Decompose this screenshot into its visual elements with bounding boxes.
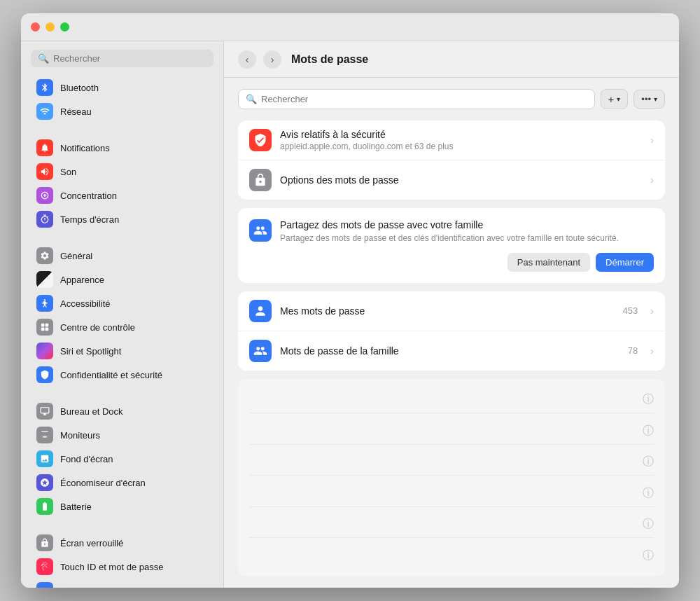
add-button[interactable]: + ▾: [601, 89, 629, 109]
sidebar-item-reseau[interactable]: Réseau: [27, 99, 218, 123]
sidebar-item-accessibilite[interactable]: Accessibilité: [27, 291, 218, 315]
minimize-button[interactable]: [46, 22, 55, 32]
passwords-list-card: Mes mots de passe 453 › Mots de passe de: [238, 291, 665, 371]
touch-id-icon: [36, 558, 53, 575]
family-passwords-content: Mots de passe de la famille: [280, 345, 620, 357]
maximize-button[interactable]: [60, 22, 69, 32]
sidebar-item-notifications[interactable]: Notifications: [27, 136, 218, 160]
security-row[interactable]: Avis relatifs à la sécurité appleid.appl…: [238, 120, 665, 160]
info-row-4: ⓘ: [249, 481, 654, 507]
main-search-input[interactable]: [261, 94, 587, 104]
info-icon-2[interactable]: ⓘ: [643, 424, 654, 438]
sidebar-item-confidentialite[interactable]: Confidentialité et sécurité: [27, 363, 218, 387]
family-passwords-chevron: ›: [650, 345, 654, 357]
privacy-icon: [36, 366, 53, 383]
info-icon-5[interactable]: ⓘ: [643, 517, 654, 532]
sidebar-item-bluetooth[interactable]: Bluetooth: [27, 76, 218, 99]
security-row-chevron: ›: [650, 134, 654, 146]
sidebar-item-bureau-label: Bureau et Dock: [60, 406, 123, 417]
chevron-down-icon: ▾: [617, 95, 620, 103]
page-title: Mots de passe: [291, 53, 368, 66]
sidebar-item-fond-ecran[interactable]: Fond d'écran: [27, 447, 218, 471]
info-row-3: ⓘ: [249, 449, 654, 476]
more-button[interactable]: ••• ▾: [634, 90, 665, 109]
wallpaper-icon: [36, 450, 53, 467]
sidebar-item-temps-ecran-label: Temps d'écran: [60, 214, 119, 225]
family-passwords-icon: [249, 340, 272, 362]
svg-rect-3: [41, 328, 45, 331]
family-card-content: Partagez des mots de passe avec votre fa…: [280, 219, 619, 244]
bluetooth-icon: [36, 79, 53, 96]
security-row-icon: [249, 129, 272, 151]
family-passwords-count: 78: [628, 345, 638, 356]
sidebar-search-input[interactable]: [53, 53, 206, 64]
security-card: Avis relatifs à la sécurité appleid.appl…: [238, 120, 665, 200]
sidebar-item-apparence[interactable]: Apparence: [27, 268, 218, 291]
info-icon-1[interactable]: ⓘ: [643, 392, 654, 407]
sidebar-item-accessibilite-label: Accessibilité: [60, 298, 111, 309]
lock-screen-icon: [36, 534, 53, 551]
focus-icon: [36, 187, 53, 204]
sidebar-item-concentration[interactable]: Concentration: [27, 184, 218, 207]
sidebar-item-son[interactable]: Son: [27, 160, 218, 184]
sidebar-item-touch-id-label: Touch ID et mot de passe: [60, 562, 163, 572]
sidebar-item-centre-controle[interactable]: Centre de contrôle: [27, 315, 218, 339]
my-passwords-row[interactable]: Mes mots de passe 453 ›: [238, 291, 665, 331]
sidebar-group-system: Général Apparence Accessibilité: [21, 244, 223, 387]
monitors-icon: [36, 427, 53, 443]
info-icon-3[interactable]: ⓘ: [643, 455, 654, 469]
family-card-title: Partagez des mots de passe avec votre fa…: [280, 219, 619, 230]
titlebar: [21, 13, 679, 41]
sidebar-item-bluetooth-label: Bluetooth: [60, 83, 99, 93]
network-icon: [36, 103, 53, 120]
sidebar-item-touch-id[interactable]: Touch ID et mot de passe: [27, 555, 218, 579]
options-row[interactable]: Options des mots de passe ›: [238, 160, 665, 200]
sidebar-item-batterie[interactable]: Batterie: [27, 495, 218, 518]
sidebar-item-confidentialite-label: Confidentialité et sécurité: [60, 370, 162, 380]
sidebar-item-utilisateurs[interactable]: Utilisateurs et groupes: [27, 579, 218, 588]
info-icon-4[interactable]: ⓘ: [643, 486, 654, 501]
close-button[interactable]: [31, 22, 40, 32]
family-card: Partagez des mots de passe avec votre fa…: [238, 208, 665, 283]
users-icon: [36, 582, 53, 588]
main-header: ‹ › Mots de passe: [224, 41, 679, 78]
back-button[interactable]: ‹: [238, 50, 256, 69]
sidebar-item-economiseur[interactable]: Économiseur d'écran: [27, 471, 218, 495]
sidebar-item-concentration-label: Concentration: [60, 191, 117, 201]
sidebar-item-general[interactable]: Général: [27, 244, 218, 268]
info-area: ⓘ ⓘ ⓘ ⓘ ⓘ ⓘ: [238, 379, 665, 576]
notifications-icon: [36, 139, 53, 156]
sidebar-item-siri[interactable]: Siri et Spotlight: [27, 339, 218, 363]
main-body: 🔍 + ▾ ••• ▾: [224, 78, 679, 588]
siri-icon: [36, 343, 53, 359]
my-passwords-icon: [249, 300, 272, 322]
start-button[interactable]: Démarrer: [596, 253, 654, 272]
sidebar-item-batterie-label: Batterie: [60, 502, 92, 512]
sound-icon: [36, 163, 53, 180]
sidebar-item-siri-label: Siri et Spotlight: [60, 346, 121, 357]
sidebar-item-temps-ecran[interactable]: Temps d'écran: [27, 207, 218, 231]
info-icon-6[interactable]: ⓘ: [643, 548, 654, 563]
my-passwords-title: Mes mots de passe: [280, 305, 615, 317]
search-box[interactable]: 🔍: [238, 89, 595, 109]
sidebar-search-icon: 🔍: [38, 53, 49, 64]
sidebar-group-security: Écran verrouillé Touch ID et mot de pass…: [21, 531, 223, 588]
battery-icon: [36, 498, 53, 515]
info-row-6: ⓘ: [249, 543, 654, 569]
later-button[interactable]: Pas maintenant: [507, 253, 590, 272]
sidebar-search-container[interactable]: 🔍: [31, 50, 214, 67]
sidebar-item-moniteurs[interactable]: Moniteurs: [27, 423, 218, 447]
my-passwords-count: 453: [623, 305, 638, 316]
sidebar-group-display: Bureau et Dock Moniteurs: [21, 399, 223, 518]
appearance-icon: [36, 271, 53, 288]
ellipsis-icon: •••: [641, 94, 651, 104]
sidebar-item-utilisateurs-label: Utilisateurs et groupes: [60, 586, 150, 588]
sidebar-item-ecran-verrouille[interactable]: Écran verrouillé: [27, 531, 218, 555]
sidebar-item-economiseur-label: Économiseur d'écran: [60, 478, 146, 488]
family-passwords-row[interactable]: Mots de passe de la famille 78 ›: [238, 331, 665, 371]
desktop-icon: [36, 403, 53, 420]
security-row-title: Avis relatifs à la sécurité: [280, 129, 642, 140]
sidebar-item-centre-controle-label: Centre de contrôle: [60, 322, 135, 333]
sidebar-item-bureau[interactable]: Bureau et Dock: [27, 399, 218, 423]
forward-button[interactable]: ›: [263, 50, 281, 69]
